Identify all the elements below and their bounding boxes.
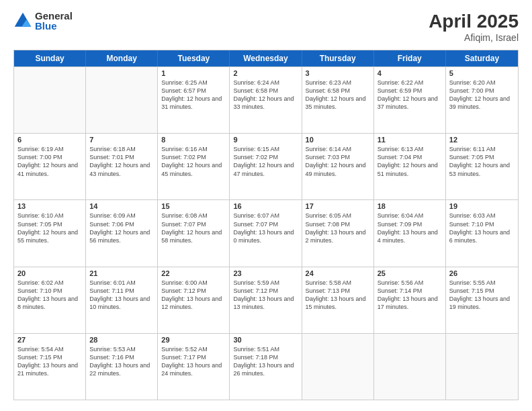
cal-cell: 24Sunrise: 5:58 AM Sunset: 7:13 PM Dayli… <box>302 267 374 333</box>
page: General Blue April 2025 Afiqim, Israel S… <box>0 0 532 411</box>
week-row-1: 1Sunrise: 6:25 AM Sunset: 6:57 PM Daylig… <box>14 66 518 133</box>
week-row-3: 13Sunrise: 6:10 AM Sunset: 7:05 PM Dayli… <box>14 199 518 266</box>
header-day-monday: Monday <box>86 50 158 66</box>
day-number: 3 <box>306 69 370 77</box>
day-number: 14 <box>89 202 154 210</box>
cal-cell: 6Sunrise: 6:19 AM Sunset: 7:00 PM Daylig… <box>14 134 86 199</box>
day-info: Sunrise: 6:04 AM Sunset: 7:09 PM Dayligh… <box>378 212 442 244</box>
cal-cell: 8Sunrise: 6:16 AM Sunset: 7:02 PM Daylig… <box>158 134 230 199</box>
header-day-friday: Friday <box>374 50 446 66</box>
cal-cell: 3Sunrise: 6:23 AM Sunset: 6:58 PM Daylig… <box>302 67 374 133</box>
calendar: SundayMondayTuesdayWednesdayThursdayFrid… <box>13 50 519 400</box>
day-number: 7 <box>89 136 154 144</box>
calendar-body: 1Sunrise: 6:25 AM Sunset: 6:57 PM Daylig… <box>14 66 518 400</box>
cal-cell <box>374 334 446 400</box>
header-day-saturday: Saturday <box>446 50 518 66</box>
cal-cell: 21Sunrise: 6:01 AM Sunset: 7:11 PM Dayli… <box>86 267 158 333</box>
day-number: 1 <box>161 69 226 77</box>
day-info: Sunrise: 5:51 AM Sunset: 7:18 PM Dayligh… <box>233 345 298 378</box>
cal-cell: 18Sunrise: 6:04 AM Sunset: 7:09 PM Dayli… <box>374 200 446 266</box>
cal-cell: 2Sunrise: 6:24 AM Sunset: 6:58 PM Daylig… <box>230 67 302 133</box>
day-number: 25 <box>378 269 442 277</box>
cal-cell: 26Sunrise: 5:55 AM Sunset: 7:15 PM Dayli… <box>446 267 518 333</box>
day-number: 24 <box>306 269 370 277</box>
cal-cell: 15Sunrise: 6:08 AM Sunset: 7:07 PM Dayli… <box>158 200 230 266</box>
cal-cell: 17Sunrise: 6:05 AM Sunset: 7:08 PM Dayli… <box>302 200 374 266</box>
day-info: Sunrise: 6:20 AM Sunset: 7:00 PM Dayligh… <box>449 79 515 111</box>
day-info: Sunrise: 6:18 AM Sunset: 7:01 PM Dayligh… <box>89 145 154 178</box>
header-day-thursday: Thursday <box>302 50 374 66</box>
day-info: Sunrise: 6:07 AM Sunset: 7:07 PM Dayligh… <box>233 212 298 244</box>
day-info: Sunrise: 6:15 AM Sunset: 7:02 PM Dayligh… <box>233 145 298 178</box>
logo: General Blue <box>13 11 73 31</box>
day-info: Sunrise: 5:55 AM Sunset: 7:15 PM Dayligh… <box>449 279 515 312</box>
day-number: 17 <box>306 202 370 210</box>
day-number: 19 <box>449 202 515 210</box>
day-number: 18 <box>378 202 442 210</box>
day-number: 16 <box>233 202 298 210</box>
day-number: 15 <box>161 202 226 210</box>
day-number: 29 <box>161 336 226 344</box>
logo-general: General <box>35 11 73 21</box>
header: General Blue April 2025 Afiqim, Israel <box>13 11 519 43</box>
cal-cell: 5Sunrise: 6:20 AM Sunset: 7:00 PM Daylig… <box>446 67 518 133</box>
day-info: Sunrise: 6:14 AM Sunset: 7:03 PM Dayligh… <box>306 145 370 178</box>
day-info: Sunrise: 6:01 AM Sunset: 7:11 PM Dayligh… <box>89 279 154 312</box>
day-info: Sunrise: 6:03 AM Sunset: 7:10 PM Dayligh… <box>449 212 515 244</box>
day-info: Sunrise: 5:56 AM Sunset: 7:14 PM Dayligh… <box>378 279 442 312</box>
title-area: April 2025 Afiqim, Israel <box>429 11 519 43</box>
cal-cell: 25Sunrise: 5:56 AM Sunset: 7:14 PM Dayli… <box>374 267 446 333</box>
day-number: 2 <box>233 69 298 77</box>
cal-cell: 1Sunrise: 6:25 AM Sunset: 6:57 PM Daylig… <box>158 67 230 133</box>
day-info: Sunrise: 6:08 AM Sunset: 7:07 PM Dayligh… <box>161 212 226 244</box>
logo-icon <box>13 11 32 30</box>
day-info: Sunrise: 5:54 AM Sunset: 7:15 PM Dayligh… <box>17 345 82 378</box>
day-info: Sunrise: 5:52 AM Sunset: 7:17 PM Dayligh… <box>161 345 226 378</box>
day-number: 23 <box>233 269 298 277</box>
cal-cell: 7Sunrise: 6:18 AM Sunset: 7:01 PM Daylig… <box>86 134 158 199</box>
cal-cell: 4Sunrise: 6:22 AM Sunset: 6:59 PM Daylig… <box>374 67 446 133</box>
cal-cell <box>14 67 86 133</box>
cal-cell: 22Sunrise: 6:00 AM Sunset: 7:12 PM Dayli… <box>158 267 230 333</box>
cal-cell: 27Sunrise: 5:54 AM Sunset: 7:15 PM Dayli… <box>14 334 86 400</box>
header-day-wednesday: Wednesday <box>230 50 302 66</box>
day-number: 10 <box>306 136 370 144</box>
day-number: 6 <box>17 136 82 144</box>
day-info: Sunrise: 6:22 AM Sunset: 6:59 PM Dayligh… <box>378 79 442 111</box>
day-info: Sunrise: 6:16 AM Sunset: 7:02 PM Dayligh… <box>161 145 226 178</box>
day-info: Sunrise: 5:59 AM Sunset: 7:12 PM Dayligh… <box>233 279 298 312</box>
day-number: 4 <box>378 69 442 77</box>
location: Afiqim, Israel <box>429 32 519 43</box>
cal-cell: 16Sunrise: 6:07 AM Sunset: 7:07 PM Dayli… <box>230 200 302 266</box>
day-info: Sunrise: 5:58 AM Sunset: 7:13 PM Dayligh… <box>306 279 370 312</box>
week-row-5: 27Sunrise: 5:54 AM Sunset: 7:15 PM Dayli… <box>14 333 518 400</box>
cal-cell: 28Sunrise: 5:53 AM Sunset: 7:16 PM Dayli… <box>86 334 158 400</box>
day-number: 5 <box>449 69 515 77</box>
cal-cell <box>446 334 518 400</box>
cal-cell: 11Sunrise: 6:13 AM Sunset: 7:04 PM Dayli… <box>374 134 446 199</box>
month-title: April 2025 <box>429 11 519 32</box>
cal-cell: 12Sunrise: 6:11 AM Sunset: 7:05 PM Dayli… <box>446 134 518 199</box>
header-day-tuesday: Tuesday <box>158 50 230 66</box>
day-number: 27 <box>17 336 82 344</box>
day-number: 26 <box>449 269 515 277</box>
cal-cell: 29Sunrise: 5:52 AM Sunset: 7:17 PM Dayli… <box>158 334 230 400</box>
header-day-sunday: Sunday <box>14 50 86 66</box>
day-number: 20 <box>17 269 82 277</box>
day-info: Sunrise: 6:13 AM Sunset: 7:04 PM Dayligh… <box>378 145 442 178</box>
cal-cell: 13Sunrise: 6:10 AM Sunset: 7:05 PM Dayli… <box>14 200 86 266</box>
day-number: 11 <box>378 136 442 144</box>
day-number: 21 <box>89 269 154 277</box>
cal-cell: 20Sunrise: 6:02 AM Sunset: 7:10 PM Dayli… <box>14 267 86 333</box>
day-info: Sunrise: 5:53 AM Sunset: 7:16 PM Dayligh… <box>89 345 154 378</box>
day-info: Sunrise: 6:23 AM Sunset: 6:58 PM Dayligh… <box>306 79 370 111</box>
week-row-2: 6Sunrise: 6:19 AM Sunset: 7:00 PM Daylig… <box>14 133 518 199</box>
day-number: 22 <box>161 269 226 277</box>
cal-cell: 14Sunrise: 6:09 AM Sunset: 7:06 PM Dayli… <box>86 200 158 266</box>
day-number: 28 <box>89 336 154 344</box>
cal-cell: 23Sunrise: 5:59 AM Sunset: 7:12 PM Dayli… <box>230 267 302 333</box>
day-info: Sunrise: 6:19 AM Sunset: 7:00 PM Dayligh… <box>17 145 82 178</box>
day-number: 13 <box>17 202 82 210</box>
day-info: Sunrise: 6:00 AM Sunset: 7:12 PM Dayligh… <box>161 279 226 312</box>
day-info: Sunrise: 6:09 AM Sunset: 7:06 PM Dayligh… <box>89 212 154 244</box>
